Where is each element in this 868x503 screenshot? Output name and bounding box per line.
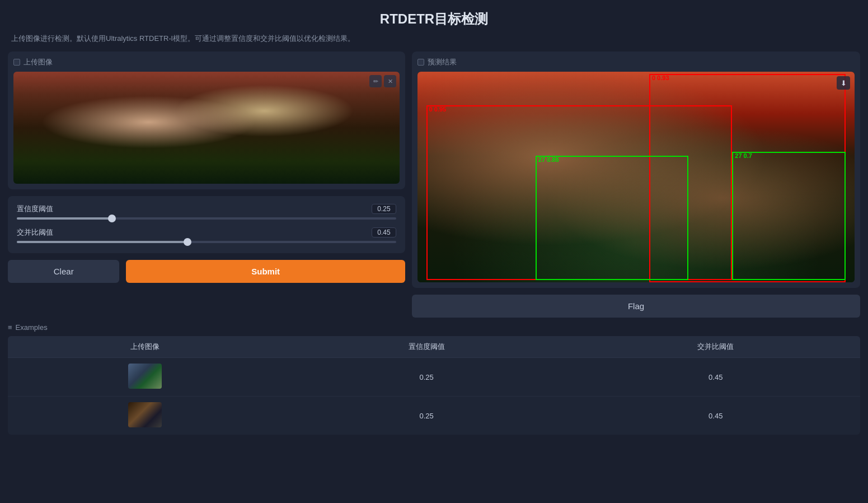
- page-subtitle: 上传图像进行检测。默认使用Ultralytics RTDETR-l模型。可通过调…: [0, 34, 868, 52]
- iou-fill: [17, 241, 187, 243]
- action-buttons: Clear Submit: [8, 260, 405, 283]
- result-image: 0 0.930 0.9527 0.8827 0.7: [417, 72, 855, 282]
- table-row[interactable]: 0.25 0.45: [8, 397, 860, 435]
- upload-checkbox-icon: [13, 59, 20, 66]
- download-button[interactable]: ⬇: [837, 76, 850, 90]
- result-canvas: 0 0.930 0.9527 0.8827 0.7 ⬇: [417, 72, 855, 282]
- table-row[interactable]: 0.25 0.45: [8, 358, 860, 397]
- examples-section: ≡ Examples 上传图像 置信度阈值 交并比阈值 0.25 0.45 0.…: [0, 318, 868, 440]
- example-thumbnail: [128, 364, 162, 389]
- detection-box: 27 0.7: [732, 152, 846, 280]
- detection-box: 0 0.95: [426, 105, 733, 280]
- detection-label: 0 0.95: [428, 105, 448, 113]
- left-panel: 上传图像 ✏ ✕ 置信度阈值 0.25: [8, 52, 405, 318]
- examples-label: Examples: [16, 323, 48, 332]
- upload-image-box: 上传图像 ✏ ✕: [8, 52, 405, 189]
- confidence-slider-row: 置信度阈值 0.25: [17, 204, 396, 220]
- table-header-row: 上传图像 置信度阈值 交并比阈值: [8, 336, 860, 358]
- example-thumbnail: [128, 402, 162, 427]
- example-image-cell: [8, 358, 282, 397]
- sliders-section: 置信度阈值 0.25 交并比阈值 0.45: [8, 196, 405, 253]
- col-iou: 交并比阈值: [571, 336, 860, 358]
- examples-table: 上传图像 置信度阈值 交并比阈值 0.25 0.45 0.25 0.45: [8, 336, 860, 435]
- confidence-track: [17, 217, 396, 220]
- submit-button[interactable]: Submit: [126, 260, 405, 283]
- confidence-label: 置信度阈值: [17, 204, 53, 214]
- iou-label: 交并比阈值: [17, 227, 53, 237]
- example-image-cell: [8, 397, 282, 435]
- upload-icon-buttons: ✏ ✕: [369, 75, 396, 87]
- detection-label: 0 0.93: [650, 74, 671, 82]
- edit-image-button[interactable]: ✏: [369, 75, 382, 87]
- result-header: 预测结果: [417, 57, 855, 67]
- right-panel: 预测结果 0 0.930 0.9527 0.8827 0.7 ⬇ Flag: [412, 52, 860, 318]
- page-title: RTDETR目标检测: [0, 0, 868, 34]
- upload-header: 上传图像: [13, 57, 400, 67]
- confidence-value: 0.25: [372, 204, 396, 214]
- result-checkbox-icon: [417, 59, 424, 66]
- iou-value: 0.45: [372, 227, 396, 237]
- upload-label: 上传图像: [24, 57, 53, 67]
- example-iou: 0.45: [571, 397, 860, 435]
- iou-track: [17, 241, 396, 243]
- flag-button[interactable]: Flag: [412, 295, 860, 318]
- detection-box: 0 0.93: [649, 74, 846, 282]
- detection-box: 27 0.88: [536, 156, 688, 280]
- remove-image-button[interactable]: ✕: [384, 75, 396, 87]
- result-image-box: 预测结果 0 0.930 0.9527 0.8827 0.7 ⬇: [412, 52, 860, 288]
- example-confidence: 0.25: [282, 358, 571, 397]
- uploaded-image: [13, 72, 400, 184]
- example-confidence: 0.25: [282, 397, 571, 435]
- upload-area[interactable]: ✏ ✕: [13, 72, 400, 184]
- confidence-thumb: [108, 215, 116, 222]
- examples-icon: ≡: [8, 323, 12, 332]
- clear-button[interactable]: Clear: [8, 260, 119, 283]
- iou-slider-row: 交并比阈值 0.45: [17, 227, 396, 243]
- detection-label: 27 0.88: [537, 156, 561, 164]
- iou-thumb: [184, 238, 191, 246]
- examples-header: ≡ Examples: [8, 323, 860, 332]
- confidence-fill: [17, 217, 112, 220]
- col-image: 上传图像: [8, 336, 282, 358]
- example-iou: 0.45: [571, 358, 860, 397]
- result-label: 预测结果: [428, 57, 457, 67]
- detection-label: 27 0.7: [733, 152, 754, 160]
- col-confidence: 置信度阈值: [282, 336, 571, 358]
